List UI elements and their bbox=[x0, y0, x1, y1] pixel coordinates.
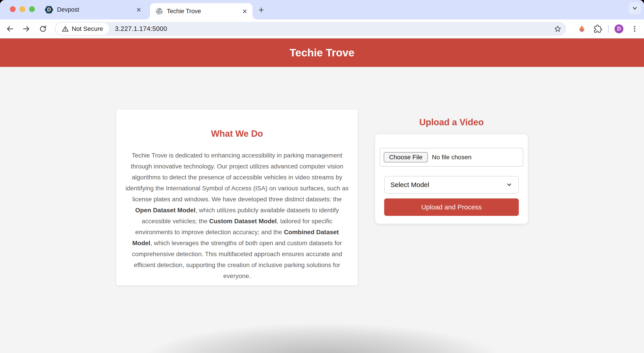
tab-devpost[interactable]: D Devpost × bbox=[40, 0, 146, 20]
chevron-down-icon bbox=[632, 5, 638, 12]
tab-techie-trove[interactable]: Techie Trove × bbox=[150, 3, 252, 20]
tab-search-button[interactable] bbox=[629, 2, 641, 14]
about-paragraph: Techie Trove is dedicated to enhancing a… bbox=[125, 150, 349, 281]
page-title: Techie Trove bbox=[290, 47, 354, 59]
tab-title: Techie Trove bbox=[167, 8, 201, 15]
new-tab-button[interactable]: + bbox=[256, 5, 266, 15]
reload-icon[interactable] bbox=[39, 25, 47, 33]
security-chip[interactable]: Not Secure bbox=[56, 23, 109, 35]
window-zoom-button[interactable] bbox=[29, 6, 35, 12]
globe-icon bbox=[156, 8, 163, 15]
browser-window: D Devpost × Techie Trove × + bbox=[0, 0, 644, 353]
tab-title: Devpost bbox=[57, 6, 79, 13]
close-tab-icon[interactable]: × bbox=[136, 6, 141, 14]
upload-and-process-button[interactable]: Upload and Process bbox=[384, 198, 519, 216]
model-select-value: Select Model bbox=[390, 181, 429, 189]
window-close-button[interactable] bbox=[10, 6, 16, 12]
extensions-puzzle-icon[interactable] bbox=[594, 25, 602, 33]
close-tab-icon[interactable]: × bbox=[242, 8, 247, 16]
file-status-text: No file chosen bbox=[432, 154, 471, 161]
forward-icon[interactable] bbox=[22, 25, 30, 33]
profile-avatar[interactable]: D bbox=[614, 24, 624, 33]
warning-icon bbox=[62, 25, 69, 33]
address-bar[interactable]: Not Secure 3.227.1.174:5000 bbox=[54, 22, 566, 36]
chevron-down-icon bbox=[506, 181, 512, 188]
security-chip-label: Not Secure bbox=[72, 25, 103, 33]
about-title: What We Do bbox=[116, 128, 358, 139]
tab-strip: D Devpost × Techie Trove × + bbox=[0, 0, 644, 20]
url-text[interactable]: 3.227.1.174:5000 bbox=[115, 25, 167, 33]
back-icon[interactable] bbox=[6, 25, 14, 33]
upload-section-title: Upload a Video bbox=[375, 117, 528, 127]
page-content: What We Do Techie Trove is dedicated to … bbox=[0, 67, 644, 353]
window-controls bbox=[10, 6, 35, 12]
choose-file-button[interactable]: Choose File bbox=[384, 152, 428, 162]
flame-extension-icon[interactable] bbox=[578, 24, 586, 33]
browser-toolbar: Not Secure 3.227.1.174:5000 bbox=[0, 20, 644, 39]
file-input[interactable]: Choose File No file chosen bbox=[380, 148, 523, 167]
browser-menu-kebab-icon[interactable] bbox=[630, 25, 639, 33]
site-header: Techie Trove bbox=[0, 39, 644, 67]
window-minimize-button[interactable] bbox=[20, 6, 25, 12]
about-card: What We Do Techie Trove is dedicated to … bbox=[116, 110, 358, 285]
model-select-dropdown[interactable]: Select Model bbox=[384, 176, 519, 193]
toolbar-divider bbox=[608, 25, 609, 33]
below-fold-shadow bbox=[94, 317, 550, 353]
upload-card: Choose File No file chosen Select Model … bbox=[375, 134, 528, 224]
devpost-favicon-icon: D bbox=[45, 6, 53, 14]
bookmark-star-icon[interactable] bbox=[554, 25, 562, 33]
